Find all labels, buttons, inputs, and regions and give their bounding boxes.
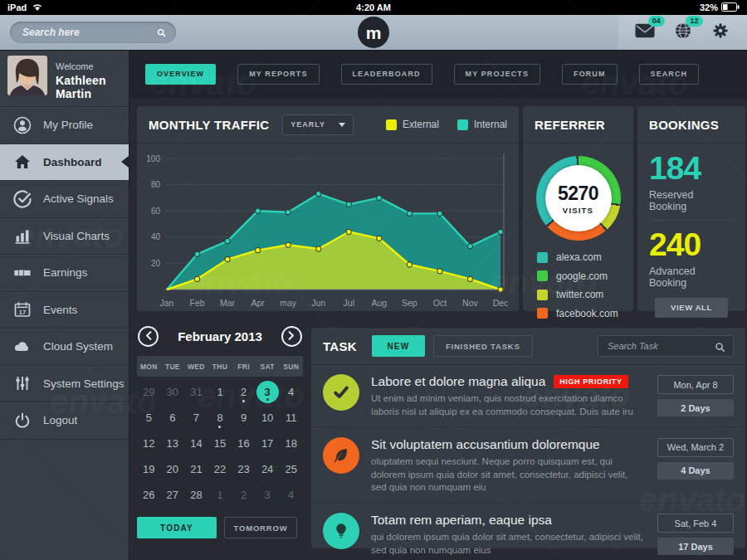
calendar-day-22[interactable]: 22 — [208, 456, 232, 482]
calendar-day-26[interactable]: 26 — [137, 482, 161, 508]
calendar-day-13[interactable]: 13 — [161, 431, 185, 456]
calendar-day-19[interactable]: 19 — [137, 456, 161, 482]
calendar-day-11[interactable]: 11 — [279, 405, 303, 431]
calendar-day-15[interactable]: 15 — [208, 431, 232, 456]
calendar-day-31-adjacent[interactable]: 31 — [184, 379, 208, 405]
monthly-traffic-panel: MONTHLY TRAFFIC YEARLY External Internal… — [137, 106, 519, 311]
calendar-day-21[interactable]: 21 — [184, 456, 208, 482]
clock: 4:20 AM — [356, 2, 391, 12]
referrer-source-label: facebook.com — [556, 308, 618, 319]
calendar-day-10[interactable]: 10 — [256, 405, 280, 431]
calendar-day-7[interactable]: 7 — [184, 405, 208, 431]
traffic-area-chart: 20406080100JanFebMarAprmayJunJulAugSepOc… — [137, 144, 519, 314]
task-row[interactable]: Totam rem aperiam, eaque ipsa qui dolore… — [311, 504, 745, 560]
chevron-right-icon — [288, 329, 295, 343]
referrer-title: REFERRER — [535, 118, 605, 132]
calendar-day-23[interactable]: 23 — [232, 456, 256, 482]
sidebar-item-earnings[interactable]: Earnings — [0, 255, 129, 292]
calendar-day-3[interactable]: 3 — [256, 379, 280, 405]
calendar-day-30-adjacent[interactable]: 30 — [161, 379, 185, 405]
tab-bar: OVERVIEWMY REPORTSLEADERBOARDMY PROJECTS… — [129, 50, 747, 98]
sidebar-item-system-settings[interactable]: System Settings — [0, 366, 129, 403]
calendar-day-9[interactable]: 9 — [232, 405, 256, 431]
calendar-day-14[interactable]: 14 — [184, 431, 208, 456]
period-dropdown[interactable]: YEARLY — [282, 114, 354, 135]
calendar-day-25[interactable]: 25 — [279, 456, 303, 482]
referrer-source-label: alexa.com — [556, 251, 602, 263]
mail-button[interactable]: 04 — [633, 22, 657, 42]
task-search-input[interactable] — [606, 340, 715, 352]
sidebar-item-dashboard[interactable]: Dashboard — [0, 144, 129, 182]
calendar-day-1-adjacent[interactable]: 1 — [208, 482, 232, 508]
app-logo: m — [358, 17, 389, 48]
legend-swatch — [457, 119, 468, 130]
referrer-source-twitter-com: twitter.com — [537, 289, 633, 300]
notifications-button[interactable]: 12 — [671, 22, 695, 42]
battery-percent: 32% — [700, 2, 718, 12]
calendar-day-20[interactable]: 20 — [161, 456, 185, 482]
calendar-day-18[interactable]: 18 — [279, 431, 303, 456]
sidebar-item-events[interactable]: 17 Events — [0, 292, 129, 329]
svg-text:17: 17 — [19, 309, 26, 316]
event-dot — [218, 426, 221, 428]
sidebar-item-active-signals[interactable]: Active Signals — [0, 181, 129, 218]
tab-overview[interactable]: OVERVIEW — [145, 64, 216, 85]
today-button[interactable]: TODAY — [137, 517, 217, 538]
calendar-day-17[interactable]: 17 — [256, 431, 280, 456]
calendar-day-12[interactable]: 12 — [137, 431, 161, 456]
search-icon[interactable] — [157, 26, 166, 39]
task-row[interactable]: Sit voluptatem accusantium doloremque ol… — [311, 428, 745, 504]
leaf-icon — [323, 437, 359, 474]
calendar-prev-button[interactable] — [138, 326, 159, 347]
calendar-day-5[interactable]: 5 — [137, 405, 161, 431]
user-card: Welcome Kathleen Martin — [0, 50, 129, 107]
calendar-day-8[interactable]: 8 — [208, 405, 232, 431]
tab-my-reports[interactable]: MY REPORTS — [237, 64, 319, 85]
tomorrow-button[interactable]: TOMORROW — [224, 517, 297, 538]
calendar-day-4-adjacent[interactable]: 4 — [279, 482, 303, 508]
bulb-icon — [323, 513, 359, 549]
calendar-day-3-adjacent[interactable]: 3 — [256, 482, 280, 508]
divider — [649, 220, 734, 221]
svg-text:40: 40 — [151, 232, 161, 241]
device-label: iPad — [7, 2, 27, 12]
calendar-day-27[interactable]: 27 — [161, 482, 185, 508]
svg-text:Nov: Nov — [462, 298, 478, 308]
sidebar-item-logout[interactable]: Logout — [0, 402, 129, 440]
calendar-widget: February 2013 MONTUEWEDTHUFRISATSUN 2930… — [137, 324, 303, 560]
settings-button[interactable] — [709, 22, 732, 42]
tab-search[interactable]: SEARCH — [639, 64, 700, 85]
calendar-day-2[interactable]: 2 — [232, 379, 256, 405]
finished-tasks-button[interactable]: FINISHED TASKS — [433, 335, 533, 357]
bookings-panel: BOOKINGS 184 Reserved Booking 240 Advanc… — [637, 106, 745, 311]
calendar-day-4[interactable]: 4 — [279, 379, 303, 405]
tab-my-projects[interactable]: MY PROJECTS — [454, 64, 540, 85]
calendar-day-16[interactable]: 16 — [232, 431, 256, 456]
sidebar-item-cloud-system[interactable]: Cloud System — [0, 329, 129, 366]
svg-text:Jul: Jul — [344, 298, 354, 308]
calendar-day-2-adjacent[interactable]: 2 — [232, 482, 256, 508]
search-icon[interactable] — [715, 341, 725, 352]
referrer-source-google-com: google.com — [537, 270, 633, 282]
task-row[interactable]: Labore et dolore magna aliqua HIGH PRIOR… — [311, 365, 745, 428]
calendar-next-button[interactable] — [281, 326, 302, 347]
new-task-button[interactable]: NEW — [372, 335, 425, 357]
event-dot — [266, 398, 269, 401]
tab-forum[interactable]: FORUM — [562, 64, 618, 85]
referrer-source-label: twitter.com — [556, 289, 603, 300]
calendar-day-28[interactable]: 28 — [184, 482, 208, 508]
calendar-day-29-adjacent[interactable]: 29 — [137, 379, 161, 405]
legend-swatch — [537, 308, 548, 319]
sidebar-item-visual-charts[interactable]: Visual Charts — [0, 218, 129, 256]
money-icon — [12, 263, 32, 283]
view-all-button[interactable]: VIEW ALL — [655, 298, 728, 318]
calendar-day-1[interactable]: 1 — [208, 379, 232, 405]
sidebar-item-my-profile[interactable]: My Profile — [0, 107, 129, 144]
search-input[interactable] — [10, 27, 157, 38]
task-title: TASK — [323, 339, 357, 353]
svg-text:20: 20 — [151, 259, 161, 268]
calendar-day-24[interactable]: 24 — [256, 456, 280, 482]
task-item-description: Ut enim ad minim veniam, quis nostrud ex… — [371, 392, 646, 419]
tab-leaderboard[interactable]: LEADERBOARD — [341, 64, 432, 85]
calendar-day-6[interactable]: 6 — [161, 405, 185, 431]
